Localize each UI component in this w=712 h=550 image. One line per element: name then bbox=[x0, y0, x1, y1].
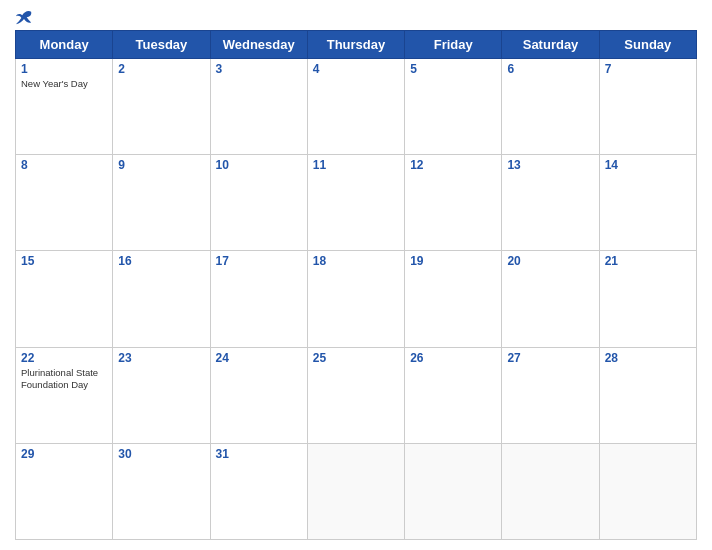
day-number: 16 bbox=[118, 254, 204, 268]
day-number: 27 bbox=[507, 351, 593, 365]
calendar-cell: 23 bbox=[113, 347, 210, 443]
calendar-cell: 4 bbox=[307, 59, 404, 155]
calendar-header-saturday: Saturday bbox=[502, 31, 599, 59]
day-number: 11 bbox=[313, 158, 399, 172]
day-number: 6 bbox=[507, 62, 593, 76]
logo-bird-icon bbox=[15, 10, 33, 26]
logo bbox=[15, 10, 35, 26]
calendar-cell: 6 bbox=[502, 59, 599, 155]
day-number: 9 bbox=[118, 158, 204, 172]
calendar-cell: 11 bbox=[307, 155, 404, 251]
top-bar bbox=[15, 10, 697, 26]
day-number: 2 bbox=[118, 62, 204, 76]
calendar-cell: 28 bbox=[599, 347, 696, 443]
calendar-cell: 19 bbox=[405, 251, 502, 347]
calendar-header-thursday: Thursday bbox=[307, 31, 404, 59]
calendar-cell bbox=[502, 443, 599, 539]
calendar-cell: 12 bbox=[405, 155, 502, 251]
calendar-header-friday: Friday bbox=[405, 31, 502, 59]
calendar-cell: 26 bbox=[405, 347, 502, 443]
holiday-label: Plurinational State Foundation Day bbox=[21, 367, 107, 392]
day-number: 4 bbox=[313, 62, 399, 76]
calendar-week-row: 22Plurinational State Foundation Day2324… bbox=[16, 347, 697, 443]
day-number: 30 bbox=[118, 447, 204, 461]
calendar-cell: 30 bbox=[113, 443, 210, 539]
day-number: 29 bbox=[21, 447, 107, 461]
day-number: 20 bbox=[507, 254, 593, 268]
day-number: 17 bbox=[216, 254, 302, 268]
day-number: 24 bbox=[216, 351, 302, 365]
calendar-cell: 22Plurinational State Foundation Day bbox=[16, 347, 113, 443]
calendar-cell: 17 bbox=[210, 251, 307, 347]
calendar-week-row: 293031 bbox=[16, 443, 697, 539]
calendar-cell: 5 bbox=[405, 59, 502, 155]
day-number: 22 bbox=[21, 351, 107, 365]
day-number: 10 bbox=[216, 158, 302, 172]
calendar-cell: 20 bbox=[502, 251, 599, 347]
day-number: 3 bbox=[216, 62, 302, 76]
day-number: 23 bbox=[118, 351, 204, 365]
logo-blue-text bbox=[15, 10, 35, 26]
day-number: 12 bbox=[410, 158, 496, 172]
calendar-cell: 24 bbox=[210, 347, 307, 443]
calendar-cell: 1New Year's Day bbox=[16, 59, 113, 155]
calendar-cell: 9 bbox=[113, 155, 210, 251]
calendar-header-row: MondayTuesdayWednesdayThursdayFridaySatu… bbox=[16, 31, 697, 59]
day-number: 8 bbox=[21, 158, 107, 172]
calendar-table: MondayTuesdayWednesdayThursdayFridaySatu… bbox=[15, 30, 697, 540]
day-number: 19 bbox=[410, 254, 496, 268]
calendar-header-monday: Monday bbox=[16, 31, 113, 59]
calendar-week-row: 1New Year's Day234567 bbox=[16, 59, 697, 155]
day-number: 14 bbox=[605, 158, 691, 172]
day-number: 21 bbox=[605, 254, 691, 268]
holiday-label: New Year's Day bbox=[21, 78, 107, 90]
calendar-cell bbox=[307, 443, 404, 539]
calendar-cell: 29 bbox=[16, 443, 113, 539]
calendar-cell: 21 bbox=[599, 251, 696, 347]
day-number: 13 bbox=[507, 158, 593, 172]
day-number: 26 bbox=[410, 351, 496, 365]
calendar-header-sunday: Sunday bbox=[599, 31, 696, 59]
day-number: 1 bbox=[21, 62, 107, 76]
calendar-cell: 7 bbox=[599, 59, 696, 155]
calendar-cell: 8 bbox=[16, 155, 113, 251]
day-number: 31 bbox=[216, 447, 302, 461]
calendar-week-row: 891011121314 bbox=[16, 155, 697, 251]
calendar-header-wednesday: Wednesday bbox=[210, 31, 307, 59]
calendar-week-row: 15161718192021 bbox=[16, 251, 697, 347]
day-number: 25 bbox=[313, 351, 399, 365]
calendar-cell: 25 bbox=[307, 347, 404, 443]
calendar-cell: 31 bbox=[210, 443, 307, 539]
calendar-cell: 3 bbox=[210, 59, 307, 155]
calendar-cell: 18 bbox=[307, 251, 404, 347]
day-number: 7 bbox=[605, 62, 691, 76]
calendar-cell: 15 bbox=[16, 251, 113, 347]
day-number: 5 bbox=[410, 62, 496, 76]
calendar-cell: 16 bbox=[113, 251, 210, 347]
calendar-cell: 10 bbox=[210, 155, 307, 251]
calendar-cell: 14 bbox=[599, 155, 696, 251]
calendar-header-tuesday: Tuesday bbox=[113, 31, 210, 59]
calendar-cell: 27 bbox=[502, 347, 599, 443]
day-number: 18 bbox=[313, 254, 399, 268]
calendar-cell bbox=[405, 443, 502, 539]
day-number: 28 bbox=[605, 351, 691, 365]
calendar-cell: 13 bbox=[502, 155, 599, 251]
day-number: 15 bbox=[21, 254, 107, 268]
calendar-cell bbox=[599, 443, 696, 539]
calendar-cell: 2 bbox=[113, 59, 210, 155]
